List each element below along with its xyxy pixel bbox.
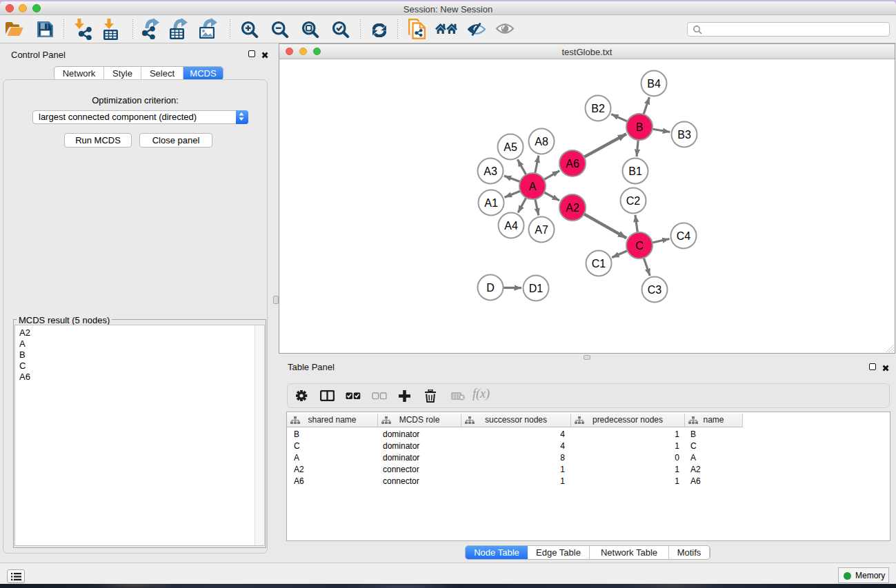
svg-text:C2: C2 [626,195,641,207]
svg-text:A: A [529,181,537,192]
svg-text:A2: A2 [566,202,579,214]
svg-text:A7: A7 [535,224,548,236]
svg-text:B4: B4 [647,78,661,90]
svg-text:A1: A1 [484,197,498,209]
svg-text:D1: D1 [529,283,544,294]
svg-text:A4: A4 [504,220,518,232]
svg-text:B2: B2 [591,103,605,114]
svg-text:C4: C4 [677,230,691,242]
svg-text:C1: C1 [592,258,606,270]
svg-text:C3: C3 [648,284,662,296]
svg-text:B1: B1 [628,165,642,177]
svg-text:B3: B3 [677,129,691,141]
svg-text:C: C [635,240,644,252]
svg-text:A3: A3 [484,165,497,177]
svg-text:B: B [636,121,644,133]
svg-text:D: D [486,282,495,294]
svg-text:A6: A6 [566,158,579,170]
svg-text:A8: A8 [535,136,548,148]
svg-text:A5: A5 [504,141,517,153]
